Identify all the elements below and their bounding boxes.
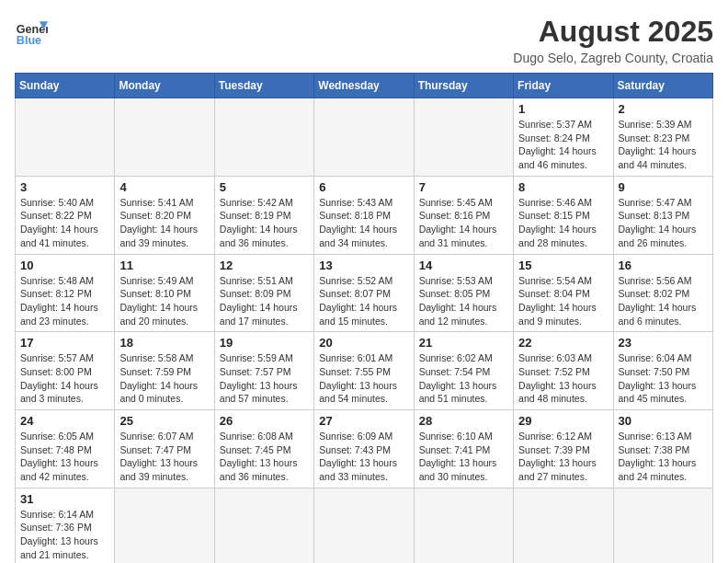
weekday-header-thursday: Thursday (414, 74, 513, 98)
calendar-cell (314, 488, 414, 563)
calendar-cell: 14Sunrise: 5:53 AM Sunset: 8:05 PM Dayli… (414, 254, 513, 332)
day-info: Sunrise: 5:56 AM Sunset: 8:02 PM Dayligh… (619, 274, 708, 328)
day-number: 9 (619, 180, 708, 194)
day-info: Sunrise: 5:43 AM Sunset: 8:18 PM Dayligh… (319, 196, 408, 250)
weekday-header-saturday: Saturday (613, 74, 712, 98)
weekday-header-tuesday: Tuesday (214, 74, 313, 98)
day-number: 30 (619, 414, 708, 428)
header: General Blue August 2025 Dugo Selo, Zagr… (15, 15, 713, 65)
day-info: Sunrise: 5:47 AM Sunset: 8:13 PM Dayligh… (619, 196, 708, 250)
calendar-cell: 25Sunrise: 6:07 AM Sunset: 7:47 PM Dayli… (115, 410, 214, 488)
calendar-cell: 15Sunrise: 5:54 AM Sunset: 8:04 PM Dayli… (514, 254, 613, 332)
day-number: 10 (20, 259, 109, 272)
calendar-cell (414, 98, 513, 177)
day-info: Sunrise: 5:45 AM Sunset: 8:16 PM Dayligh… (419, 196, 508, 250)
day-info: Sunrise: 5:37 AM Sunset: 8:24 PM Dayligh… (518, 118, 608, 172)
day-info: Sunrise: 5:42 AM Sunset: 8:19 PM Dayligh… (220, 196, 309, 250)
day-info: Sunrise: 5:57 AM Sunset: 8:00 PM Dayligh… (20, 351, 109, 406)
day-number: 26 (220, 414, 309, 428)
weekday-header-friday: Friday (514, 74, 613, 98)
day-number: 4 (119, 180, 209, 194)
calendar-cell: 12Sunrise: 5:51 AM Sunset: 8:09 PM Dayli… (214, 254, 313, 332)
day-number: 24 (20, 414, 109, 428)
calendar-cell: 2Sunrise: 5:39 AM Sunset: 8:23 PM Daylig… (613, 98, 712, 177)
calendar-cell: 28Sunrise: 6:10 AM Sunset: 7:41 PM Dayli… (414, 410, 513, 488)
weekday-header-wednesday: Wednesday (314, 74, 414, 98)
calendar-cell: 27Sunrise: 6:09 AM Sunset: 7:43 PM Dayli… (314, 410, 414, 488)
calendar-cell: 11Sunrise: 5:49 AM Sunset: 8:10 PM Dayli… (115, 254, 214, 332)
calendar-cell: 1Sunrise: 5:37 AM Sunset: 8:24 PM Daylig… (514, 98, 613, 177)
day-number: 23 (619, 336, 708, 350)
calendar-cell: 18Sunrise: 5:58 AM Sunset: 7:59 PM Dayli… (115, 332, 214, 410)
calendar-cell (414, 488, 513, 563)
logo: General Blue (15, 15, 48, 48)
day-number: 25 (119, 414, 209, 428)
calendar-cell (115, 98, 214, 177)
calendar-cell: 20Sunrise: 6:01 AM Sunset: 7:55 PM Dayli… (314, 332, 414, 410)
calendar-week-3: 10Sunrise: 5:48 AM Sunset: 8:12 PM Dayli… (16, 254, 713, 332)
calendar-cell: 3Sunrise: 5:40 AM Sunset: 8:22 PM Daylig… (16, 176, 115, 254)
day-info: Sunrise: 5:54 AM Sunset: 8:04 PM Dayligh… (518, 274, 608, 328)
day-number: 12 (220, 259, 309, 272)
day-info: Sunrise: 5:48 AM Sunset: 8:12 PM Dayligh… (20, 274, 109, 328)
day-info: Sunrise: 5:49 AM Sunset: 8:10 PM Dayligh… (119, 274, 209, 328)
day-number: 20 (319, 336, 408, 350)
calendar-week-4: 17Sunrise: 5:57 AM Sunset: 8:00 PM Dayli… (16, 332, 713, 410)
calendar-week-6: 31Sunrise: 6:14 AM Sunset: 7:36 PM Dayli… (16, 488, 713, 563)
calendar-cell: 8Sunrise: 5:46 AM Sunset: 8:15 PM Daylig… (514, 176, 613, 254)
day-info: Sunrise: 5:53 AM Sunset: 8:05 PM Dayligh… (419, 274, 508, 328)
weekday-header-row: SundayMondayTuesdayWednesdayThursdayFrid… (16, 74, 713, 98)
day-number: 28 (419, 414, 508, 428)
day-info: Sunrise: 5:40 AM Sunset: 8:22 PM Dayligh… (20, 196, 109, 250)
day-info: Sunrise: 6:05 AM Sunset: 7:48 PM Dayligh… (20, 430, 109, 484)
weekday-header-sunday: Sunday (16, 74, 115, 98)
day-info: Sunrise: 6:13 AM Sunset: 7:38 PM Dayligh… (619, 430, 708, 484)
calendar-cell (214, 488, 313, 563)
weekday-header-monday: Monday (115, 74, 214, 98)
day-info: Sunrise: 6:03 AM Sunset: 7:52 PM Dayligh… (518, 351, 608, 406)
day-number: 6 (319, 180, 408, 194)
day-info: Sunrise: 5:58 AM Sunset: 7:59 PM Dayligh… (119, 351, 209, 406)
day-number: 31 (20, 492, 109, 506)
calendar-cell: 19Sunrise: 5:59 AM Sunset: 7:57 PM Dayli… (214, 332, 313, 410)
day-info: Sunrise: 5:51 AM Sunset: 8:09 PM Dayligh… (220, 274, 309, 328)
day-number: 18 (119, 336, 209, 350)
day-info: Sunrise: 6:10 AM Sunset: 7:41 PM Dayligh… (419, 430, 508, 484)
calendar-cell: 22Sunrise: 6:03 AM Sunset: 7:52 PM Dayli… (514, 332, 613, 410)
day-number: 8 (518, 180, 608, 194)
day-number: 21 (419, 336, 508, 350)
calendar-cell: 6Sunrise: 5:43 AM Sunset: 8:18 PM Daylig… (314, 176, 414, 254)
day-number: 16 (619, 259, 708, 272)
calendar-cell (115, 488, 214, 563)
day-number: 1 (518, 102, 608, 116)
calendar-cell: 24Sunrise: 6:05 AM Sunset: 7:48 PM Dayli… (16, 410, 115, 488)
day-info: Sunrise: 6:12 AM Sunset: 7:39 PM Dayligh… (518, 430, 608, 484)
calendar-cell: 23Sunrise: 6:04 AM Sunset: 7:50 PM Dayli… (613, 332, 712, 410)
calendar-cell (314, 98, 414, 177)
day-info: Sunrise: 6:08 AM Sunset: 7:45 PM Dayligh… (220, 430, 309, 484)
calendar-cell: 21Sunrise: 6:02 AM Sunset: 7:54 PM Dayli… (414, 332, 513, 410)
day-number: 22 (518, 336, 608, 350)
day-info: Sunrise: 5:46 AM Sunset: 8:15 PM Dayligh… (518, 196, 608, 250)
calendar-cell: 16Sunrise: 5:56 AM Sunset: 8:02 PM Dayli… (613, 254, 712, 332)
day-number: 13 (319, 259, 408, 272)
page-container: General Blue August 2025 Dugo Selo, Zagr… (15, 15, 713, 563)
calendar-cell: 4Sunrise: 5:41 AM Sunset: 8:20 PM Daylig… (115, 176, 214, 254)
logo-icon: General Blue (15, 15, 48, 48)
calendar-cell: 17Sunrise: 5:57 AM Sunset: 8:00 PM Dayli… (16, 332, 115, 410)
calendar-cell (16, 98, 115, 177)
day-info: Sunrise: 6:14 AM Sunset: 7:36 PM Dayligh… (20, 508, 109, 562)
calendar-cell: 5Sunrise: 5:42 AM Sunset: 8:19 PM Daylig… (214, 176, 313, 254)
day-info: Sunrise: 5:41 AM Sunset: 8:20 PM Dayligh… (119, 196, 209, 250)
day-number: 15 (518, 259, 608, 272)
svg-text:Blue: Blue (17, 34, 41, 47)
calendar-cell: 10Sunrise: 5:48 AM Sunset: 8:12 PM Dayli… (16, 254, 115, 332)
day-number: 19 (220, 336, 309, 350)
calendar-cell: 26Sunrise: 6:08 AM Sunset: 7:45 PM Dayli… (214, 410, 313, 488)
calendar-cell: 7Sunrise: 5:45 AM Sunset: 8:16 PM Daylig… (414, 176, 513, 254)
calendar-cell: 30Sunrise: 6:13 AM Sunset: 7:38 PM Dayli… (613, 410, 712, 488)
calendar-table: SundayMondayTuesdayWednesdayThursdayFrid… (15, 73, 713, 563)
calendar-week-5: 24Sunrise: 6:05 AM Sunset: 7:48 PM Dayli… (16, 410, 713, 488)
calendar-cell (214, 98, 313, 177)
day-number: 14 (419, 259, 508, 272)
